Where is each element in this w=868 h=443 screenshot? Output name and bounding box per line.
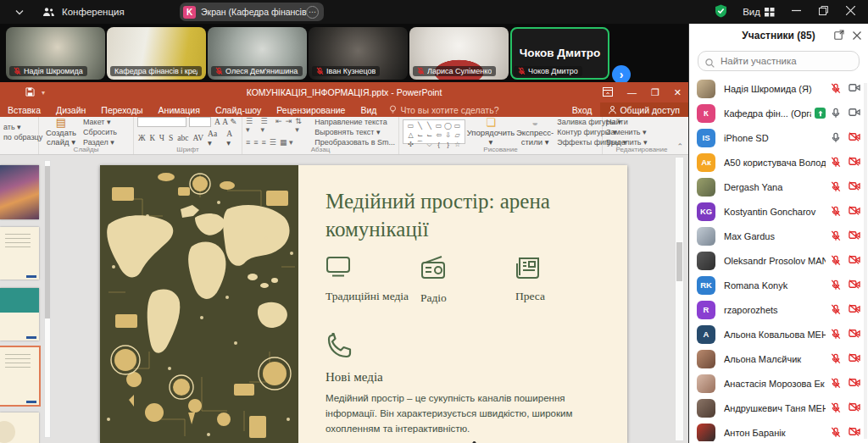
participant-row[interactable]: Анастасія Морозова Ек 4.1 [689, 371, 868, 396]
reset-button[interactable]: Сбросить [83, 128, 117, 136]
select-button[interactable]: Выделить ▾ [606, 138, 648, 147]
shape-glyph[interactable]: ⇦ [436, 131, 442, 139]
font-size-combo[interactable] [189, 117, 211, 127]
font-format-button[interactable]: Ч [159, 134, 165, 142]
slide-thumbnail[interactable] [0, 227, 39, 280]
arrange-button[interactable]: ❏ Упорядочить▾ [469, 119, 513, 144]
shape-glyph[interactable]: ▭ [408, 122, 415, 130]
smartart-button[interactable]: Преобразовать в Sm... [314, 138, 395, 147]
list-format-button[interactable]: ⇤ [275, 117, 282, 134]
grow-shrink-font-buttons[interactable]: А А ✎ [214, 117, 237, 126]
video-tile[interactable]: Іван Кузнецов [309, 27, 408, 80]
mic-muted-icon[interactable] [831, 329, 841, 340]
mic-muted-icon[interactable] [831, 402, 841, 413]
ppt-close-button[interactable]: ✕ [674, 87, 682, 98]
camera-off-icon[interactable] [849, 402, 860, 413]
list-format-button[interactable]: ⇅ ▾ [295, 117, 306, 134]
shape-glyph[interactable]: ╲ [427, 122, 431, 130]
camera-off-icon[interactable] [849, 353, 860, 364]
current-slide[interactable]: Медійний простір: арена комунікації Трад… [100, 165, 627, 443]
tell-me-box[interactable]: Что вы хотите сделать? [389, 105, 498, 115]
close-panel-icon[interactable] [853, 28, 861, 43]
mic-muted-icon[interactable] [831, 427, 841, 438]
share-button[interactable]: Общий доступ [600, 102, 688, 117]
save-icon[interactable] [25, 85, 35, 100]
camera-off-icon[interactable] [849, 157, 860, 168]
camera-off-icon[interactable] [849, 132, 860, 143]
mic-on-icon[interactable] [831, 132, 841, 143]
ribbon-display-options-icon[interactable] [603, 87, 613, 98]
font-name-combo[interactable] [137, 117, 186, 127]
mic-muted-icon[interactable] [831, 280, 841, 291]
camera-on-icon[interactable] [849, 83, 860, 94]
camera-off-icon[interactable] [849, 427, 860, 438]
replace-button[interactable]: Заменить ▾ [606, 128, 648, 136]
more-options-icon[interactable]: ⋯ [306, 6, 319, 19]
camera-off-icon[interactable] [849, 304, 860, 315]
camera-off-icon[interactable] [849, 280, 860, 291]
participant-row[interactable]: A Альона Ковальова МЕН 3/1 [689, 322, 868, 346]
thumbnail-scrollbar[interactable] [44, 160, 51, 438]
popout-icon[interactable] [834, 28, 844, 43]
camera-off-icon[interactable] [849, 378, 860, 389]
section-button[interactable]: Раздел ▾ [83, 138, 117, 147]
slide-thumbnail[interactable] [0, 347, 39, 405]
mic-muted-icon[interactable] [831, 157, 841, 168]
format-painter-label[interactable]: по образцу [3, 133, 42, 141]
mic-muted-icon[interactable] [831, 255, 841, 266]
mic-muted-icon[interactable] [831, 304, 841, 315]
video-tile[interactable]: Надія Шкромида [6, 27, 105, 80]
shape-glyph[interactable]: ⌙ [426, 131, 432, 139]
camera-on-icon[interactable] [849, 108, 860, 119]
qat-dropdown-icon[interactable]: ▾ [42, 89, 45, 97]
camera-off-icon[interactable] [849, 329, 860, 340]
mic-muted-icon[interactable] [831, 181, 841, 192]
new-slide-button[interactable]: ▤ Создать слайд ▾ [42, 119, 80, 144]
view-button[interactable]: Вид [743, 7, 775, 17]
font-format-button[interactable]: К [149, 134, 156, 142]
mic-muted-icon[interactable] [831, 378, 841, 389]
layout-button[interactable]: Макет ▾ [83, 118, 117, 126]
screen-share-tab[interactable]: K Экран (Кафедра фінансів і кред ⋯ [180, 3, 324, 21]
mic-on-icon[interactable] [831, 108, 841, 119]
mic-muted-icon[interactable] [831, 83, 841, 94]
participant-row[interactable]: Надія Шкромида (Я) [689, 76, 868, 101]
shape-glyph[interactable]: △ [408, 131, 413, 139]
ribbon-tab[interactable]: Вставка [0, 105, 48, 115]
security-shield-icon[interactable] [715, 4, 727, 19]
participant-row[interactable]: R rzaporozhets [689, 297, 868, 322]
format-painter-cropped[interactable]: ать ▾ [3, 123, 42, 131]
restore-button[interactable] [817, 6, 829, 18]
ribbon-tab[interactable]: Рецензирование [269, 105, 353, 115]
slide-scrollbar[interactable] [675, 157, 684, 441]
shape-glyph[interactable]: ⌙ [417, 131, 423, 139]
participant-row[interactable]: Альона Малєйчик [689, 346, 868, 371]
participant-row[interactable]: Oleksandr Prosolov MAN 4/2 [689, 248, 868, 273]
sign-in-button[interactable]: Вход [564, 105, 601, 115]
text-direction-button[interactable]: Направление текста [314, 118, 395, 126]
find-button[interactable]: Найти [606, 118, 648, 126]
quick-styles-button[interactable]: ◒ Экспресс- стили ▾ [516, 119, 554, 144]
search-input[interactable] [698, 51, 860, 71]
ribbon-tab[interactable]: Вид [353, 105, 384, 115]
mic-muted-icon[interactable] [831, 353, 841, 364]
camera-off-icon[interactable] [849, 230, 860, 241]
participant-row[interactable]: KG Kostyantin Goncharov [689, 199, 868, 224]
camera-off-icon[interactable] [849, 206, 860, 217]
font-format-button[interactable]: Ж [137, 134, 147, 142]
font-format-button[interactable]: abc [176, 134, 189, 142]
ribbon-tab[interactable]: Слайд-шоу [208, 105, 269, 115]
participants-scrollbar[interactable] [864, 83, 867, 439]
participant-row[interactable]: Антон Баранік [689, 420, 868, 441]
slide-thumbnail[interactable] [0, 413, 39, 443]
chevron-down-icon[interactable] [15, 7, 24, 17]
participant-row[interactable]: Андрушкевич Таня МЕН 4/1 [689, 396, 868, 420]
mic-muted-icon[interactable] [831, 206, 841, 217]
shape-glyph[interactable]: ▭ [436, 122, 442, 130]
align-text-button[interactable]: Выровнять текст ▾ [314, 128, 395, 136]
shape-glyph[interactable]: ◯ [444, 122, 452, 130]
list-format-button[interactable]: ☰ ▾ [261, 117, 273, 134]
participant-row[interactable]: RK Romana Konyk [689, 273, 868, 297]
participants-icon[interactable] [42, 7, 55, 18]
video-tile[interactable]: Кафедра фінансів і креди... [107, 27, 206, 80]
